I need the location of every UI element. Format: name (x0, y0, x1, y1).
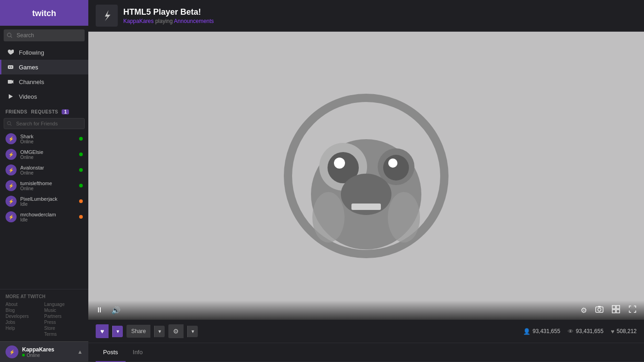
user-avatar-bottom: ⚡ (6, 345, 18, 358)
footer-link-blog[interactable]: Blog (6, 308, 44, 313)
user-status-label: Online (27, 353, 40, 358)
stream-subtitle: KappaKares playing Announcements (123, 18, 637, 24)
sidebar-item-videos[interactable]: Videos (0, 89, 88, 104)
friend-item-omgelsie[interactable]: ⚡ OMGElsie Online (0, 147, 88, 162)
stream-title-area: HTML5 Player Beta! KappaKares playing An… (123, 7, 637, 24)
footer-link-jobs[interactable]: Jobs (6, 320, 44, 325)
friend-status-dot-turnislefthome (79, 184, 83, 187)
followers-stat: 👤 93,431,655 (523, 328, 560, 335)
requests-badge: 1 (62, 109, 69, 114)
layout-button[interactable] (610, 304, 622, 316)
svg-marker-9 (12, 80, 13, 84)
friend-info-omgelsie: OMGElsie Online (20, 149, 75, 160)
friend-name-shark: Shark (20, 134, 75, 139)
friend-status-dot-mrchowderclam (79, 215, 83, 219)
friend-item-mrchowderclam[interactable]: ⚡ mrchowderclam Idle (0, 209, 88, 225)
more-at-twitch-title: MORE AT TWITCH (6, 294, 83, 299)
sidebar-item-following[interactable]: Following (0, 45, 88, 60)
friend-status-dot-avalonstar (79, 168, 83, 172)
friend-name-mrchowderclam: mrchowderclam (20, 212, 75, 217)
svg-marker-13 (105, 10, 110, 21)
friend-status-dot-omgelsie (79, 153, 83, 156)
views-value: 93,431,655 (576, 328, 604, 334)
volume-button[interactable]: 🔊 (109, 305, 122, 316)
channel-stats: 👤 93,431,655 👁 93,431,655 ♥ 508,212 (523, 328, 637, 335)
friend-avatar-pixellumberjack: ⚡ (6, 196, 17, 207)
search-input[interactable] (4, 29, 85, 41)
sidebar-logo: twitch (0, 0, 88, 26)
sidebar-item-games[interactable]: Games (0, 60, 88, 74)
footer-link-press[interactable]: Press (44, 320, 83, 325)
friend-item-pixellumberjack[interactable]: ⚡ PixelLumberjack Idle (0, 193, 88, 209)
friend-item-turnislefthome[interactable]: ⚡ turnislefthome Online (0, 178, 88, 193)
svg-line-12 (10, 124, 12, 126)
sidebar-bottom-user[interactable]: ⚡ KappaKares Online ▲ (0, 341, 88, 362)
channels-label: Channels (19, 79, 44, 85)
friends-search-bar (4, 118, 85, 129)
snapshot-button[interactable] (593, 304, 605, 316)
following-label: Following (19, 49, 44, 56)
snapshot-icon (595, 305, 604, 313)
pause-button[interactable]: ⏸ (94, 305, 105, 315)
tab-info[interactable]: Info (126, 343, 150, 362)
stream-title: HTML5 Player Beta! (123, 7, 637, 17)
followers-value: 93,431,655 (533, 328, 560, 334)
channel-name-link[interactable]: KappaKares (123, 18, 154, 24)
friend-status-omgelsie: Online (20, 155, 75, 160)
fullscreen-button[interactable] (627, 304, 638, 316)
game-link[interactable]: Announcements (174, 18, 214, 24)
footer-link-help[interactable]: Help (6, 326, 44, 331)
gear-dropdown-button[interactable]: ▼ (187, 326, 198, 337)
tab-posts[interactable]: Posts (96, 343, 126, 362)
friend-item-avalonstar[interactable]: ⚡ Avalonstar Online (0, 162, 88, 178)
footer-link-terms[interactable]: Terms (44, 332, 83, 337)
gamepad-icon (7, 63, 14, 71)
svg-marker-10 (9, 94, 13, 99)
requests-label: REQUESTS (31, 109, 58, 114)
footer-link-about[interactable]: About (6, 302, 44, 307)
gear-settings-button[interactable]: ⚙ (168, 324, 184, 338)
footer-link-partners[interactable]: Partners (44, 314, 83, 319)
footer-link-music[interactable]: Music (44, 308, 83, 313)
footer-link-store[interactable]: Store (44, 326, 83, 331)
svg-point-25 (388, 192, 420, 243)
friend-status-turnislefthome: Online (20, 186, 75, 191)
video-player[interactable]: ⏸ 🔊 ⚙ (88, 32, 644, 320)
more-at-twitch-section: MORE AT TWITCH About Blog Developers Job… (0, 289, 88, 341)
games-label: Games (19, 64, 38, 71)
hearts-icon: ♥ (611, 328, 615, 335)
friend-info-shark: Shark Online (20, 134, 75, 144)
friend-info-mrchowderclam: mrchowderclam Idle (20, 212, 75, 222)
friend-status-mrchowderclam: Idle (20, 217, 75, 222)
sidebar-item-channels[interactable]: Channels (0, 74, 88, 89)
follow-button[interactable]: ♥ (96, 324, 109, 338)
follow-dropdown-button[interactable]: ▼ (112, 326, 123, 337)
footer-links: About Blog Developers Jobs Help Language… (6, 302, 83, 337)
friend-name-omgelsie: OMGElsie (20, 149, 75, 155)
hearts-value: 508,212 (617, 328, 637, 334)
svg-point-24 (312, 192, 345, 243)
search-bar (4, 29, 85, 41)
share-button[interactable]: Share (126, 325, 150, 338)
svg-point-7 (11, 67, 12, 68)
user-name-bottom: KappaKares (22, 346, 74, 353)
svg-text:twitch: twitch (32, 9, 56, 18)
user-menu-chevron-icon[interactable]: ▲ (77, 349, 83, 355)
sidebar: twitch Following Games Channels (0, 0, 88, 362)
share-dropdown-button[interactable]: ▼ (154, 326, 165, 337)
friend-item-shark[interactable]: ⚡ Shark Online (0, 131, 88, 147)
channel-logo-bolt-icon (99, 8, 114, 23)
videos-label: Videos (19, 93, 37, 100)
svg-point-2 (7, 33, 11, 37)
svg-point-27 (598, 308, 601, 311)
user-online-dot (22, 354, 25, 356)
friend-info-pixellumberjack: PixelLumberjack Idle (20, 196, 75, 207)
friend-name-turnislefthome: turnislefthome (20, 181, 75, 186)
nav-menu: Following Games Channels Videos (0, 45, 88, 104)
friend-avatar-omgelsie: ⚡ (6, 149, 17, 160)
footer-link-developers[interactable]: Developers (6, 314, 44, 319)
footer-link-language[interactable]: Language (44, 302, 83, 307)
settings-button[interactable]: ⚙ (579, 305, 589, 316)
friend-avatar-turnislefthome: ⚡ (6, 180, 17, 191)
friends-search-input[interactable] (4, 118, 85, 129)
